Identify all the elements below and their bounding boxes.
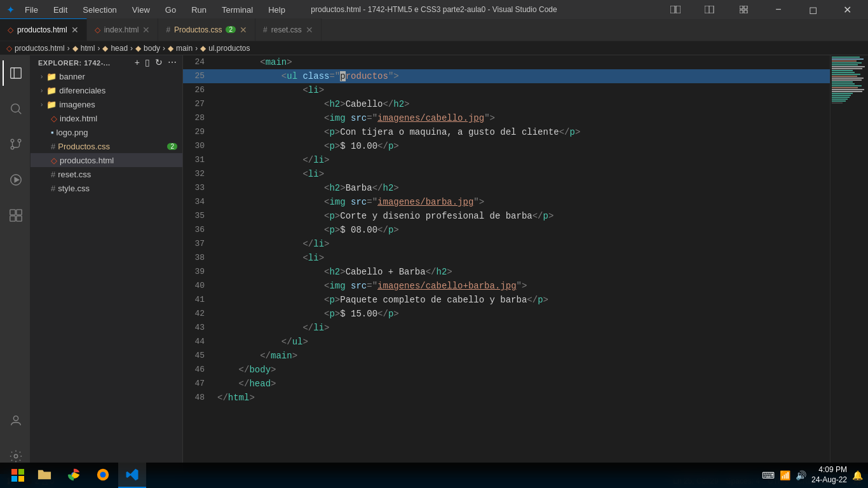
taskbar-explorer[interactable] xyxy=(31,463,58,488)
editor[interactable]: 24 <main>25 <ul class="productos">26 <li… xyxy=(183,55,830,474)
network-icon[interactable]: 📶 xyxy=(780,470,790,480)
tree-item-productos-css[interactable]: # Productos.css 2 xyxy=(31,139,182,153)
line-content[interactable]: <img src="imagenes/cabello+barba.jpg"> xyxy=(215,279,830,293)
line-content[interactable]: <p>$ 15.00</p> xyxy=(215,307,830,321)
tab-close-button[interactable]: ✕ xyxy=(142,25,150,34)
breadcrumb-item-ul[interactable]: ul.productos xyxy=(208,44,250,53)
code-line: 48</html> xyxy=(183,391,830,405)
tab-badge: 2 xyxy=(226,26,236,33)
line-content[interactable]: <li> xyxy=(215,83,830,97)
breadcrumb-item-main[interactable]: main xyxy=(176,44,193,53)
line-content[interactable]: <li> xyxy=(215,167,830,181)
menu-file[interactable]: File xyxy=(22,4,41,16)
minimize-button[interactable]: − xyxy=(764,0,793,19)
tab-index-html[interactable]: ◇ index.html ✕ xyxy=(87,18,159,41)
tab-label: productos.html xyxy=(17,25,67,34)
menu-terminal[interactable]: Terminal xyxy=(219,4,255,16)
line-content[interactable]: <main> xyxy=(215,55,830,69)
menu-selection[interactable]: Selection xyxy=(80,4,119,16)
line-content[interactable]: </li> xyxy=(215,321,830,335)
taskbar-clock[interactable]: 4:09 PM 24-Aug-22 xyxy=(811,465,847,485)
line-content[interactable]: <img src="imagenes/cabello.jpg"> xyxy=(215,111,830,125)
code-line: 31 </li> xyxy=(183,153,830,167)
activity-search[interactable] xyxy=(3,96,28,121)
breadcrumb-item-body[interactable]: body xyxy=(144,44,160,53)
taskbar-firefox[interactable] xyxy=(89,463,117,488)
svg-rect-30 xyxy=(18,476,24,482)
activity-run[interactable] xyxy=(3,167,28,193)
maximize-button[interactable]: ◻ xyxy=(798,0,827,19)
tree-item-logo-png[interactable]: ▪ logo.png xyxy=(31,125,182,139)
line-content[interactable]: <h2>Cabello</h2> xyxy=(215,97,830,111)
tab-close-button[interactable]: ✕ xyxy=(240,25,247,34)
line-content[interactable]: <p>Paquete completo de cabello y barba</… xyxy=(215,293,830,307)
close-button[interactable]: ✕ xyxy=(832,0,862,19)
tab-productos-css[interactable]: # Productos.css 2 ✕ xyxy=(158,18,255,41)
png-file-icon: ▪ xyxy=(51,128,54,137)
line-content[interactable]: <img src="imagenes/barba.jpg"> xyxy=(215,195,830,209)
tab-productos-html[interactable]: ◇ productos.html ✕ xyxy=(0,18,87,41)
svg-marker-16 xyxy=(15,177,18,182)
tab-close-button[interactable]: ✕ xyxy=(306,25,313,34)
menu-edit[interactable]: Edit xyxy=(51,4,70,16)
tab-reset-css[interactable]: # reset.css ✕ xyxy=(255,18,322,41)
breadcrumb-item-html[interactable]: html xyxy=(81,44,95,53)
new-folder-button[interactable]: ▯ xyxy=(143,57,152,68)
code-line: 43 </li> xyxy=(183,321,830,335)
line-content[interactable]: <h2>Barba</h2> xyxy=(215,181,830,195)
line-content[interactable]: </ul> xyxy=(215,335,830,349)
tree-item-imagenes[interactable]: › 📁 imagenes xyxy=(31,97,182,111)
new-file-button[interactable]: + xyxy=(133,57,142,68)
notification-icon[interactable]: 🔔 xyxy=(852,470,863,480)
code-line: 30 <p>$ 10.00</p> xyxy=(183,139,830,153)
line-content[interactable]: </body> xyxy=(215,363,830,377)
line-content[interactable]: <p>Corte y disenio profesional de barba<… xyxy=(215,209,830,223)
tree-item-productos-html[interactable]: ◇ productos.html xyxy=(31,153,182,167)
clock-time: 4:09 PM xyxy=(811,465,847,475)
taskbar-vscode[interactable] xyxy=(118,463,146,488)
taskbar-system: ⌨ 📶 🔊 4:09 PM 24-Aug-22 🔔 xyxy=(762,465,863,485)
line-content[interactable]: </head> xyxy=(215,377,830,391)
split-icon[interactable] xyxy=(695,0,724,19)
line-content[interactable]: </li> xyxy=(215,153,830,167)
tree-item-reset-css[interactable]: # reset.css xyxy=(31,167,182,181)
code-editor[interactable]: 24 <main>25 <ul class="productos">26 <li… xyxy=(183,55,830,474)
keyboard-icon[interactable]: ⌨ xyxy=(762,470,775,480)
line-content[interactable]: <ul class="productos"> xyxy=(215,69,830,83)
breadcrumb-item-head[interactable]: head xyxy=(111,44,128,53)
line-content[interactable]: <p>$ 08.00</p> xyxy=(215,223,830,237)
line-content[interactable]: </li> xyxy=(215,237,830,251)
tree-item-label: reset.css xyxy=(58,170,91,179)
grid-icon[interactable] xyxy=(729,0,759,19)
svg-rect-27 xyxy=(11,469,17,475)
svg-rect-6 xyxy=(740,10,743,13)
tree-item-diferenciales[interactable]: › 📁 diferenciales xyxy=(31,83,182,97)
menu-run[interactable]: Run xyxy=(189,4,209,16)
activity-extensions[interactable] xyxy=(3,203,28,228)
activity-account[interactable] xyxy=(3,408,28,433)
line-content[interactable]: <p>Con tijera o maquina, a gusto del cli… xyxy=(215,125,830,139)
menu-go[interactable]: Go xyxy=(163,4,179,16)
menu-view[interactable]: View xyxy=(130,4,153,16)
line-content[interactable]: </main> xyxy=(215,349,830,363)
activity-source-control[interactable] xyxy=(3,132,28,157)
sidebar-header: EXPLORER: 1742-... + ▯ ↻ ⋯ xyxy=(31,55,182,69)
volume-icon[interactable]: 🔊 xyxy=(796,470,806,480)
line-content[interactable]: <p>$ 10.00</p> xyxy=(215,139,830,153)
tree-item-banner[interactable]: › 📁 banner xyxy=(31,69,182,83)
menu-help[interactable]: Help xyxy=(266,4,288,16)
layout-icon[interactable] xyxy=(661,0,690,19)
start-button[interactable] xyxy=(5,463,31,488)
tab-close-button[interactable]: ✕ xyxy=(71,25,79,34)
line-content[interactable]: <li> xyxy=(215,251,830,265)
tree-item-style-css[interactable]: # style.css xyxy=(31,181,182,195)
taskbar-chrome[interactable] xyxy=(60,463,88,488)
activity-explorer[interactable] xyxy=(3,60,28,86)
code-line: 32 <li> xyxy=(183,167,830,181)
refresh-button[interactable]: ↻ xyxy=(153,57,165,68)
breadcrumb-item[interactable]: productos.html xyxy=(15,44,65,53)
collapse-button[interactable]: ⋯ xyxy=(166,57,179,68)
line-content[interactable]: </html> xyxy=(215,391,830,405)
line-content[interactable]: <h2>Cabello + Barba</h2> xyxy=(215,265,830,279)
tree-item-index-html[interactable]: ◇ index.html xyxy=(31,111,182,125)
